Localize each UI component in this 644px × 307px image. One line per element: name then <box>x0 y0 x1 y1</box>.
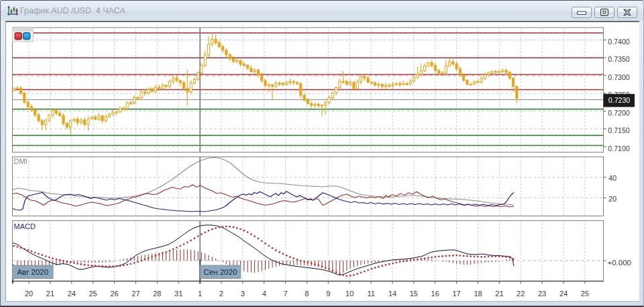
svg-text:0.7150: 0.7150 <box>608 126 629 134</box>
svg-text:26: 26 <box>110 290 118 298</box>
svg-text:40: 40 <box>608 174 616 182</box>
svg-text:MACD: MACD <box>14 222 36 230</box>
svg-text:22: 22 <box>517 290 525 298</box>
svg-text:8: 8 <box>305 290 309 298</box>
svg-text:16: 16 <box>431 290 439 298</box>
svg-text:1: 1 <box>198 290 202 298</box>
svg-text:4: 4 <box>262 290 266 298</box>
svg-text:25: 25 <box>581 290 589 298</box>
svg-text:25: 25 <box>89 290 97 298</box>
svg-text:18: 18 <box>474 290 482 298</box>
svg-text:0.7350: 0.7350 <box>608 55 629 63</box>
svg-text:24: 24 <box>559 290 568 298</box>
svg-text:23: 23 <box>538 290 546 298</box>
svg-text:20: 20 <box>608 195 616 203</box>
svg-text:0.7400: 0.7400 <box>608 38 629 46</box>
svg-text:21: 21 <box>495 290 503 298</box>
svg-text:27: 27 <box>131 290 140 298</box>
svg-text:0.7300: 0.7300 <box>608 73 629 81</box>
svg-text:24: 24 <box>68 290 76 298</box>
svg-text:17: 17 <box>452 290 460 298</box>
svg-text:10: 10 <box>345 290 354 298</box>
svg-text:7: 7 <box>284 290 288 298</box>
svg-text:11: 11 <box>367 290 374 298</box>
svg-text:DMI: DMI <box>14 157 28 165</box>
svg-text:9: 9 <box>326 290 330 298</box>
svg-text:0.7100: 0.7100 <box>608 144 629 152</box>
svg-text:Авг 2020: Авг 2020 <box>17 268 48 276</box>
svg-text:0.7200: 0.7200 <box>608 109 629 117</box>
svg-text:20: 20 <box>25 290 33 298</box>
svg-text:+0.000: +0.000 <box>608 259 632 267</box>
svg-text:2: 2 <box>219 290 223 298</box>
svg-text:15: 15 <box>410 290 418 298</box>
svg-text:0.7230: 0.7230 <box>608 96 630 104</box>
svg-text:31: 31 <box>174 290 182 298</box>
svg-text:Сен 2020: Сен 2020 <box>203 268 237 276</box>
svg-text:21: 21 <box>46 290 54 298</box>
svg-text:14: 14 <box>388 290 396 298</box>
svg-text:3: 3 <box>241 290 245 298</box>
svg-text:28: 28 <box>153 290 161 298</box>
